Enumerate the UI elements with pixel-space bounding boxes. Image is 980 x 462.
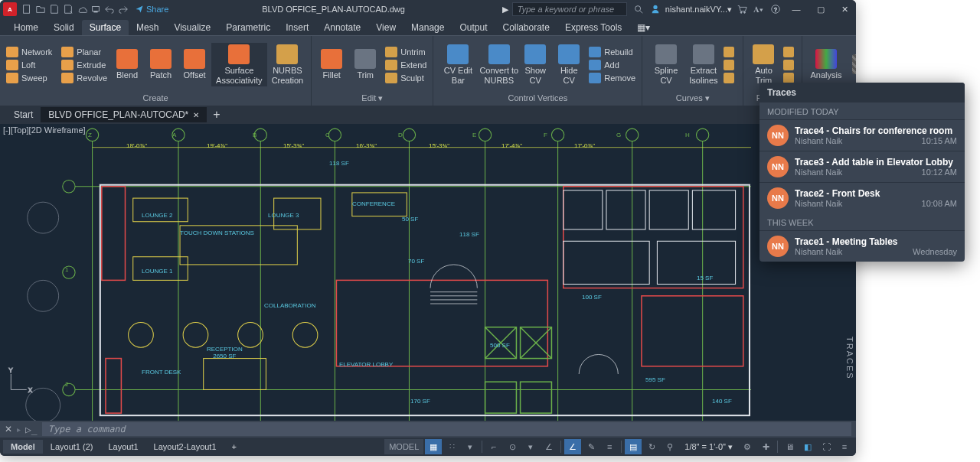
convert-nurbs-button[interactable]: Convert to NURBS: [479, 43, 518, 86]
dropdown-2[interactable]: ▾: [522, 439, 539, 454]
layout-1[interactable]: Layout1: [100, 440, 145, 454]
tab-collaborate[interactable]: Collaborate: [495, 20, 557, 35]
remove-cv-button[interactable]: Remove: [586, 72, 639, 84]
angle-icon[interactable]: ∠: [541, 439, 557, 454]
grid-icon[interactable]: ▦: [425, 439, 442, 454]
nurbs-creation-button[interactable]: NURBS Creation: [267, 43, 309, 86]
extend-button[interactable]: Extend: [382, 59, 430, 71]
command-input[interactable]: Type a command: [42, 422, 851, 436]
close-tab-icon[interactable]: ✕: [193, 111, 199, 119]
tab-manage[interactable]: Manage: [403, 20, 452, 35]
maximize-button[interactable]: ▢: [810, 2, 831, 16]
open-icon[interactable]: [34, 2, 47, 16]
tab-output[interactable]: Output: [452, 20, 495, 35]
snap-icon[interactable]: ∷: [443, 439, 460, 454]
search-icon[interactable]: [632, 2, 645, 16]
tab-express[interactable]: Express Tools: [557, 20, 629, 35]
rebuild-button[interactable]: Rebuild: [586, 46, 639, 58]
start-tab[interactable]: Start: [6, 107, 41, 122]
osnap-icon[interactable]: ∠: [564, 439, 581, 454]
drawing-canvas[interactable]: [-][Top][2D Wireframe]: [0, 124, 856, 421]
plot-icon[interactable]: [89, 2, 103, 16]
cmd-grip-icon[interactable]: ▸: [17, 425, 21, 434]
group-label-edit[interactable]: Edit ▾: [312, 93, 433, 106]
loft-button[interactable]: Loft: [3, 59, 55, 71]
close-button[interactable]: ✕: [835, 2, 856, 16]
customize-icon[interactable]: ≡: [836, 439, 853, 454]
tab-parametric[interactable]: Parametric: [218, 20, 278, 35]
trace-item[interactable]: NN Trace1 - Meeting Tables Nishant NaikW…: [760, 230, 965, 262]
extrude-button[interactable]: Extrude: [58, 59, 110, 71]
trace-item[interactable]: NN Trace4 - Chairs for conference room N…: [760, 119, 965, 151]
cloud-icon[interactable]: [75, 2, 89, 16]
help-icon[interactable]: ?: [769, 2, 782, 16]
cycling-icon[interactable]: ↻: [643, 439, 660, 454]
add-cv-button[interactable]: Add: [586, 59, 639, 71]
hide-cv-button[interactable]: Hide CV: [552, 43, 586, 86]
saveas-icon[interactable]: [61, 2, 75, 16]
transparency-icon[interactable]: ▤: [625, 439, 642, 454]
cmd-close-icon[interactable]: ✕: [5, 424, 12, 434]
blend-button[interactable]: Blend: [110, 47, 144, 81]
curve-opt2[interactable]: [720, 59, 740, 71]
layout-add[interactable]: +: [224, 440, 244, 454]
revolve-button[interactable]: Revolve: [58, 72, 110, 84]
sculpt-button[interactable]: Sculpt: [382, 72, 430, 84]
new-tab-button[interactable]: +: [207, 106, 226, 124]
proj-opt2[interactable]: [780, 59, 799, 71]
show-cv-button[interactable]: Show CV: [518, 43, 552, 86]
ortho-icon[interactable]: ⌐: [485, 439, 502, 454]
polar-icon[interactable]: ⊙: [504, 439, 521, 454]
tab-surface[interactable]: Surface: [82, 20, 129, 35]
sweep-button[interactable]: Sweep: [3, 72, 55, 84]
tab-home[interactable]: Home: [6, 20, 46, 35]
redo-icon[interactable]: [116, 2, 130, 16]
annotation-scale-icon[interactable]: ⚲: [662, 439, 678, 454]
app-logo-icon[interactable]: A: [3, 2, 17, 16]
extract-isolines-button[interactable]: Extract Isolines: [687, 43, 720, 86]
hardware-icon[interactable]: 🖥: [781, 439, 798, 454]
otrack-icon[interactable]: ✎: [583, 439, 599, 454]
fillet-button[interactable]: Fillet: [315, 47, 348, 81]
layout-1-2[interactable]: Layout1 (2): [43, 440, 101, 454]
untrim-button[interactable]: Untrim: [382, 46, 430, 58]
share-button[interactable]: Share: [135, 5, 168, 14]
isolate-icon[interactable]: ✚: [757, 439, 774, 454]
minimize-button[interactable]: —: [786, 2, 807, 16]
curve-opt3[interactable]: [720, 72, 740, 84]
new-icon[interactable]: [20, 2, 34, 16]
tab-mesh[interactable]: Mesh: [129, 20, 166, 35]
network-button[interactable]: Network: [3, 46, 55, 58]
play-icon[interactable]: ▶: [498, 2, 512, 16]
curve-opt1[interactable]: [720, 46, 740, 58]
scale-display[interactable]: 1/8" = 1'-0" ▾: [680, 442, 737, 452]
username-label[interactable]: nishant.naikVY...▾: [665, 5, 732, 15]
model-space-button[interactable]: MODEL: [384, 439, 423, 454]
user-icon[interactable]: [648, 2, 662, 16]
save-icon[interactable]: [47, 2, 61, 16]
undo-icon[interactable]: [103, 2, 116, 16]
spline-cv-button[interactable]: Spline CV: [645, 43, 687, 86]
tab-annotate[interactable]: Annotate: [316, 20, 368, 35]
tab-featured[interactable]: ▦▾: [629, 20, 658, 35]
proj-opt1[interactable]: [780, 46, 799, 58]
tab-view[interactable]: View: [368, 20, 403, 35]
tab-solid[interactable]: Solid: [46, 20, 82, 35]
patch-button[interactable]: Patch: [144, 47, 178, 81]
tab-visualize[interactable]: Visualize: [166, 20, 218, 35]
analysis-more[interactable]: [846, 53, 856, 77]
surface-associativity-button[interactable]: Surface Associativity: [211, 43, 267, 86]
cv-editbar-button[interactable]: CV Edit Bar: [436, 43, 479, 86]
planar-button[interactable]: Planar: [58, 46, 110, 58]
layout-2[interactable]: Layout2-Layout1: [146, 440, 224, 454]
dropdown-1[interactable]: ▾: [462, 439, 479, 454]
analysis-button[interactable]: Analysis: [805, 47, 846, 81]
cart-icon[interactable]: [735, 2, 749, 16]
apps-icon[interactable]: 𝐀▾: [752, 2, 766, 16]
gear-icon[interactable]: ⚙: [739, 439, 756, 454]
offset-button[interactable]: Offset: [178, 47, 211, 81]
fullscreen-icon[interactable]: ⛶: [818, 439, 835, 454]
autotrim-button[interactable]: Auto Trim: [746, 43, 780, 86]
search-input[interactable]: Type a keyword or phrase: [512, 2, 627, 16]
traces-tab-vertical[interactable]: TRACES: [845, 337, 854, 380]
